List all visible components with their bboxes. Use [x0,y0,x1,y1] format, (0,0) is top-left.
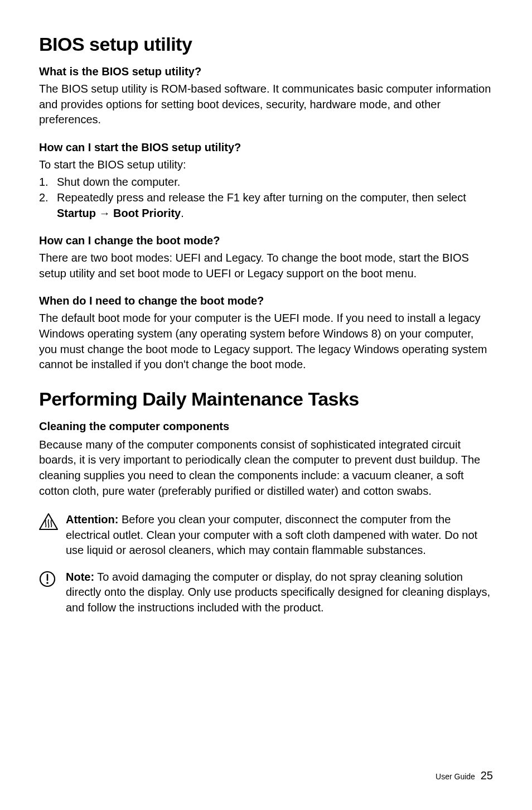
note-lead: Note: [66,571,94,583]
subhead-how-start-bios: How can I start the BIOS setup utility? [39,141,493,154]
list-start-steps: 1. Shut down the computer. 2. Repeatedly… [39,175,493,221]
list-item: 1. Shut down the computer. [39,175,493,190]
subhead-when-change-boot: When do I need to change the boot mode? [39,295,493,307]
para-cleaning-components: Because many of the computer components … [39,437,493,499]
para-what-is-bios: The BIOS setup utility is ROM-based soft… [39,81,493,128]
list-text-bold: Startup → Boot Priority [57,207,181,219]
callout-attention-text: Attention: Before you clean your compute… [66,512,493,558]
note-body: To avoid damaging the computer or displa… [66,571,490,614]
svg-point-3 [46,582,49,584]
list-item: 2. Repeatedly press and release the F1 k… [39,190,493,221]
footer-label: User Guide [436,772,475,781]
subhead-change-boot-mode: How can I change the boot mode? [39,234,493,247]
attention-lead: Attention: [66,513,118,525]
attention-body: Before you clean your computer, disconne… [66,513,477,556]
subhead-what-is-bios: What is the BIOS setup utility? [39,65,493,78]
list-text-post: . [181,207,184,219]
heading-daily-maintenance: Performing Daily Maintenance Tasks [39,388,493,410]
list-text: Shut down the computer. [57,175,493,190]
callout-note-text: Note: To avoid damaging the computer or … [66,570,493,616]
list-number: 1. [39,175,57,190]
subhead-cleaning-components: Cleaning the computer components [39,420,493,433]
attention-hot-icon [39,512,66,558]
para-when-change-boot: The default boot mode for your computer … [39,311,493,372]
list-text: Repeatedly press and release the F1 key … [57,190,493,221]
para-start-intro: To start the BIOS setup utility: [39,157,493,173]
callout-attention: Attention: Before you clean your compute… [39,512,493,558]
page-footer: User Guide 25 [436,769,493,782]
note-info-icon [39,570,66,616]
list-text-pre: Repeatedly press and release the F1 key … [57,191,466,204]
heading-bios-setup-utility: BIOS setup utility [39,33,493,55]
para-change-boot-mode: There are two boot modes: UEFI and Legac… [39,250,493,281]
list-number: 2. [39,190,57,221]
callout-note: Note: To avoid damaging the computer or … [39,570,493,616]
footer-page-number: 25 [481,769,493,782]
